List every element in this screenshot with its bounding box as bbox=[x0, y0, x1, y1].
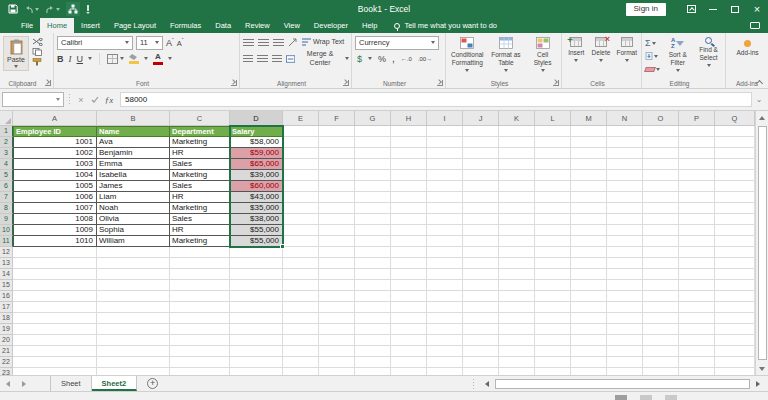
col-header-I[interactable]: I bbox=[427, 111, 463, 126]
restore-icon[interactable] bbox=[724, 0, 746, 18]
cell-I8[interactable] bbox=[427, 203, 463, 214]
cell-K11[interactable] bbox=[499, 236, 535, 247]
cell-E16[interactable] bbox=[283, 291, 319, 302]
cell-P17[interactable] bbox=[679, 302, 715, 313]
cell-C1[interactable]: Department bbox=[170, 126, 230, 137]
cell-J11[interactable] bbox=[463, 236, 499, 247]
row-header-2[interactable]: 2 bbox=[0, 137, 13, 148]
cell-K23[interactable] bbox=[499, 368, 535, 375]
cell-Q21[interactable] bbox=[715, 346, 755, 357]
cell-G2[interactable] bbox=[355, 137, 391, 148]
cell-O4[interactable] bbox=[643, 159, 679, 170]
cell-M23[interactable] bbox=[571, 368, 607, 375]
cell-J20[interactable] bbox=[463, 335, 499, 346]
cell-I9[interactable] bbox=[427, 214, 463, 225]
cell-H7[interactable] bbox=[391, 192, 427, 203]
scroll-right-icon[interactable] bbox=[752, 378, 764, 390]
cell-F16[interactable] bbox=[319, 291, 355, 302]
cell-F23[interactable] bbox=[319, 368, 355, 375]
cell-D16[interactable] bbox=[230, 291, 283, 302]
cell-P21[interactable] bbox=[679, 346, 715, 357]
format-cells-button[interactable]: Format bbox=[614, 36, 639, 77]
cell-C23[interactable] bbox=[170, 368, 230, 375]
cell-K7[interactable] bbox=[499, 192, 535, 203]
cell-J16[interactable] bbox=[463, 291, 499, 302]
cell-G14[interactable] bbox=[355, 269, 391, 280]
cell-F10[interactable] bbox=[319, 225, 355, 236]
cell-B12[interactable] bbox=[97, 247, 170, 258]
cell-A7[interactable]: 1006 bbox=[13, 192, 97, 203]
cell-D13[interactable] bbox=[230, 258, 283, 269]
cell-P23[interactable] bbox=[679, 368, 715, 375]
cell-P6[interactable] bbox=[679, 181, 715, 192]
cell-E17[interactable] bbox=[283, 302, 319, 313]
cell-K9[interactable] bbox=[499, 214, 535, 225]
accounting-caret-icon[interactable] bbox=[368, 57, 372, 60]
cell-O3[interactable] bbox=[643, 148, 679, 159]
cell-J22[interactable] bbox=[463, 357, 499, 368]
formula-bar-splitter[interactable] bbox=[67, 94, 71, 106]
cell-Q7[interactable] bbox=[715, 192, 755, 203]
cell-C5[interactable]: Marketing bbox=[170, 170, 230, 181]
cell-A4[interactable]: 1003 bbox=[13, 159, 97, 170]
cell-styles-button[interactable]: Cell Styles bbox=[526, 36, 559, 77]
col-header-D[interactable]: D bbox=[230, 111, 283, 126]
cell-M11[interactable] bbox=[571, 236, 607, 247]
shrink-font-icon[interactable]: Aˇ bbox=[177, 37, 184, 48]
cell-F18[interactable] bbox=[319, 313, 355, 324]
cell-K16[interactable] bbox=[499, 291, 535, 302]
cell-D21[interactable] bbox=[230, 346, 283, 357]
cell-O13[interactable] bbox=[643, 258, 679, 269]
cell-D3[interactable]: $59,000 bbox=[230, 148, 283, 159]
cell-K2[interactable] bbox=[499, 137, 535, 148]
cell-D6[interactable]: $60,000 bbox=[230, 181, 283, 192]
name-box[interactable] bbox=[2, 92, 64, 107]
cell-K15[interactable] bbox=[499, 280, 535, 291]
cell-C11[interactable]: Marketing bbox=[170, 236, 230, 247]
cell-O14[interactable] bbox=[643, 269, 679, 280]
cell-D11[interactable]: $55,000 bbox=[230, 236, 283, 247]
cell-L12[interactable] bbox=[535, 247, 571, 258]
cell-B7[interactable]: Liam bbox=[97, 192, 170, 203]
cell-F15[interactable] bbox=[319, 280, 355, 291]
cell-E15[interactable] bbox=[283, 280, 319, 291]
scroll-down-icon[interactable] bbox=[756, 362, 768, 375]
cell-M21[interactable] bbox=[571, 346, 607, 357]
cell-N12[interactable] bbox=[607, 247, 643, 258]
cell-I12[interactable] bbox=[427, 247, 463, 258]
tab-insert[interactable]: Insert bbox=[74, 18, 107, 33]
cell-P7[interactable] bbox=[679, 192, 715, 203]
cell-I17[interactable] bbox=[427, 302, 463, 313]
cell-I6[interactable] bbox=[427, 181, 463, 192]
styles-dialog-launcher-icon[interactable] bbox=[553, 80, 559, 86]
cell-M19[interactable] bbox=[571, 324, 607, 335]
cell-L10[interactable] bbox=[535, 225, 571, 236]
cell-G9[interactable] bbox=[355, 214, 391, 225]
cell-Q8[interactable] bbox=[715, 203, 755, 214]
conditional-formatting-button[interactable]: Conditional Formatting bbox=[449, 36, 486, 77]
fill-color-caret-icon[interactable] bbox=[144, 57, 148, 60]
cell-Q14[interactable] bbox=[715, 269, 755, 280]
cell-C21[interactable] bbox=[170, 346, 230, 357]
cell-Q17[interactable] bbox=[715, 302, 755, 313]
cell-C17[interactable] bbox=[170, 302, 230, 313]
cell-F13[interactable] bbox=[319, 258, 355, 269]
cell-C16[interactable] bbox=[170, 291, 230, 302]
cell-K8[interactable] bbox=[499, 203, 535, 214]
col-header-Q[interactable]: Q bbox=[715, 111, 755, 126]
cell-A11[interactable]: 1010 bbox=[13, 236, 97, 247]
cell-A17[interactable] bbox=[13, 302, 97, 313]
cell-M8[interactable] bbox=[571, 203, 607, 214]
collapse-ribbon-icon[interactable] bbox=[757, 79, 763, 85]
paste-button[interactable]: Paste bbox=[3, 36, 29, 71]
cell-M3[interactable] bbox=[571, 148, 607, 159]
col-header-A[interactable]: A bbox=[13, 111, 97, 126]
cell-Q19[interactable] bbox=[715, 324, 755, 335]
cell-O7[interactable] bbox=[643, 192, 679, 203]
cell-E19[interactable] bbox=[283, 324, 319, 335]
cell-A13[interactable] bbox=[13, 258, 97, 269]
cell-N22[interactable] bbox=[607, 357, 643, 368]
cell-J7[interactable] bbox=[463, 192, 499, 203]
cell-I19[interactable] bbox=[427, 324, 463, 335]
cell-N1[interactable] bbox=[607, 126, 643, 137]
